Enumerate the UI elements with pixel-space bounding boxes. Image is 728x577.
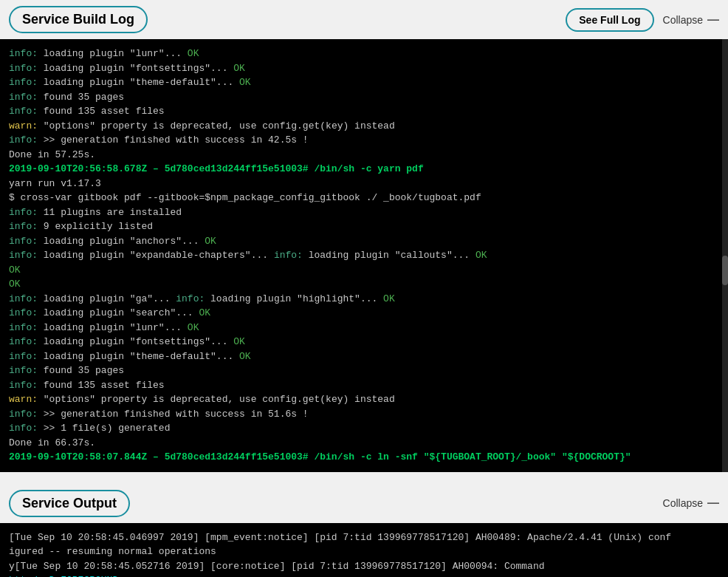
service-output-title: Service Output — [9, 490, 130, 517]
build-log-title: Service Build Log — [9, 6, 148, 33]
service-output-collapse-button[interactable]: Collapse — — [663, 496, 719, 510]
collapse-icon: — — [707, 13, 719, 27]
service-output-header: Service Output Collapse — — [0, 484, 728, 523]
build-log-header: Service Build Log See Full Log Collapse … — [0, 0, 728, 39]
build-log-header-right: See Full Log Collapse — — [566, 8, 719, 32]
build-log-scrollbar-track[interactable] — [722, 39, 728, 472]
build-log-terminal[interactable]: info: loading plugin "lunr"... OK info: … — [0, 39, 728, 472]
service-output-collapse-icon: — — [707, 496, 719, 510]
build-log-scrollbar-thumb[interactable] — [722, 256, 728, 285]
see-full-log-button[interactable]: See Full Log — [566, 8, 653, 32]
service-output-section: Service Output Collapse — [Tue Sep 10 20… — [0, 484, 728, 578]
collapse-label: Collapse — [663, 14, 703, 26]
service-output-terminal[interactable]: [Tue Sep 10 20:58:45.046997 2019] [mpm_e… — [0, 523, 728, 578]
build-log-section: Service Build Log See Full Log Collapse … — [0, 0, 728, 472]
service-output-header-right: Collapse — — [663, 496, 719, 510]
service-output-collapse-label: Collapse — [663, 497, 703, 509]
build-log-collapse-button[interactable]: Collapse — — [663, 13, 719, 27]
build-log-terminal-container: info: loading plugin "lunr"... OK info: … — [0, 39, 728, 472]
